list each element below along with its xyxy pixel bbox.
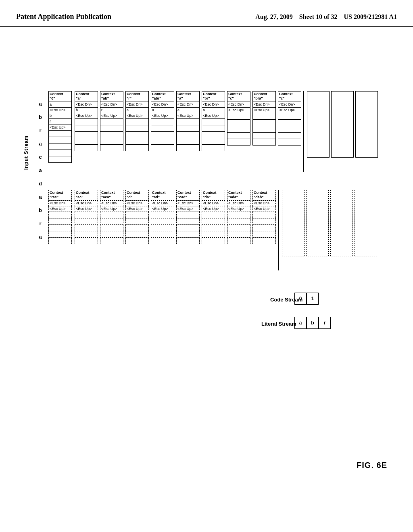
context-cad-wrapper: Context"cad" <Esc Dn> <Esc Up> xyxy=(176,190,200,244)
figure-label: FIG. 6E xyxy=(357,461,387,470)
context-r-table: Context"r" <Esc Dn> a <Esc Up> xyxy=(125,91,149,151)
context-a2-wrapper: Context"a" <Esc Dn> a <Esc Up> xyxy=(176,91,200,151)
context-d-wrapper: Context"d" <Esc Dn> <Esc Up> xyxy=(125,190,149,244)
context-ac-table: Context"ac" <Esc Dn> <Esc Up> xyxy=(75,190,98,244)
context-c2-table: Context"c" <Esc Dn> <Esc Up> xyxy=(278,91,301,145)
context-ada-wrapper: Context"ada" <Esc Dn> <Esc Up> xyxy=(227,190,250,244)
input-letters-vertical: a b r a c a d a b r a xyxy=(36,97,44,243)
context-dab-wrapper: Context"dab" <Esc Dn> <Esc Up> xyxy=(252,190,276,244)
context-0-table: Context"0" a <Esc Dn> b r <Esc Up> xyxy=(48,91,72,163)
pub-date: Aug. 27, 2009 xyxy=(255,13,292,20)
code-cell-1: 1 xyxy=(307,293,319,305)
pub-number: US 2009/212981 A1 xyxy=(344,13,397,20)
context-bra-wrapper: Context"bra" <Esc Dn> <Esc Up> xyxy=(252,91,276,145)
input-letter: b xyxy=(36,110,44,124)
context-ada-table: Context"ada" <Esc Dn> <Esc Up> xyxy=(227,190,250,244)
context-br-wrapper: Context"br" <Esc Dn> a <Esc Up> xyxy=(202,91,225,151)
input-letter: r xyxy=(36,124,44,137)
context-a-table: Context"a" <Esc Dn> b <Esc Up> xyxy=(75,91,98,151)
context-br-table: Context"br" <Esc Dn> a <Esc Up> xyxy=(202,91,225,151)
context-d-table: Context"d" <Esc Dn> <Esc Up> xyxy=(125,190,149,244)
empty-solid-1 xyxy=(307,91,330,158)
context-abr-wrapper: Context"abr" <Esc Dn> a <Esc Up> xyxy=(151,91,174,151)
separator-line xyxy=(303,91,304,172)
context-aca-table: Context"aca" <Esc Dn> <Esc Up> xyxy=(100,190,123,244)
context-ab-wrapper: Context"ab" <Esc Dn> r <Esc Up> xyxy=(100,91,123,151)
input-letter: a xyxy=(36,164,44,177)
separator-line-2 xyxy=(278,190,279,270)
context-da-wrapper: Context"da" <Esc Dn> <Esc Up> xyxy=(202,190,225,244)
context-a-wrapper: Context"a" <Esc Dn> b <Esc Up> xyxy=(75,91,98,151)
context-rac-wrapper: Context"rac" <Esc Dn> <Esc Up> xyxy=(48,190,72,244)
code-stream-cells: 0 1 xyxy=(294,293,319,305)
empty-dashed-4 xyxy=(355,190,377,256)
context-bra-table: Context"bra" <Esc Dn> <Esc Up> xyxy=(252,91,276,145)
context-0-wrapper: Context"0" a <Esc Dn> b r <Esc Up> xyxy=(48,91,72,163)
publication-info: Aug. 27, 2009 Sheet 10 of 32 US 2009/212… xyxy=(255,12,397,22)
context-c-wrapper: Context"c" <Esc Dn> <Esc Up> xyxy=(227,91,250,145)
input-letter: r xyxy=(36,217,44,230)
input-letter: a xyxy=(36,190,44,204)
literal-cell-b: b xyxy=(307,317,319,329)
context-ac-wrapper: Context"ac" <Esc Dn> <Esc Up> xyxy=(75,190,98,244)
code-cell-0: 0 xyxy=(294,293,307,305)
empty-dashed-1 xyxy=(282,190,305,256)
input-letter: a xyxy=(36,97,44,110)
page-header: Patent Application Publication Aug. 27, … xyxy=(0,0,413,27)
context-ad-wrapper: Context"ad" <Esc Dn> <Esc Up> xyxy=(151,190,174,244)
input-letter: a xyxy=(36,137,44,150)
input-stream-label: Input Stream xyxy=(23,135,29,170)
context-r-wrapper: Context"r" <Esc Dn> a <Esc Up> xyxy=(125,91,149,151)
context-rac-table: Context"rac" <Esc Dn> <Esc Up> xyxy=(48,190,72,244)
context-c2-wrapper: Context"c" <Esc Dn> <Esc Up> xyxy=(278,91,301,145)
input-letter: c xyxy=(36,150,44,164)
empty-solid-3 xyxy=(355,91,378,158)
context-aca-wrapper: Context"aca" <Esc Dn> <Esc Up> xyxy=(100,190,123,244)
context-ad-table: Context"ad" <Esc Dn> <Esc Up> xyxy=(151,190,174,244)
input-letter: a xyxy=(36,230,44,243)
input-letter: d xyxy=(36,177,44,190)
input-letter: b xyxy=(36,204,44,217)
context-da-table: Context"da" <Esc Dn> <Esc Up> xyxy=(202,190,225,244)
publication-title: Patent Application Publication xyxy=(16,12,111,21)
empty-dashed-2 xyxy=(306,190,329,256)
diagram-area: Input Stream a b r a c a d a b r a Conte… xyxy=(12,35,399,502)
context-ab-table: Context"ab" <Esc Dn> r <Esc Up> xyxy=(100,91,123,151)
context-a2-table: Context"a" <Esc Dn> a <Esc Up> xyxy=(176,91,200,151)
literal-cell-a: a xyxy=(294,317,307,329)
context-cad-table: Context"cad" <Esc Dn> <Esc Up> xyxy=(176,190,200,244)
context-c-table: Context"c" <Esc Dn> <Esc Up> xyxy=(227,91,250,145)
empty-dashed-3 xyxy=(330,190,353,256)
context-dab-table: Context"dab" <Esc Dn> <Esc Up> xyxy=(252,190,276,244)
literal-stream-cells: a b r xyxy=(294,317,331,329)
literal-stream-label: Literal Stream xyxy=(261,321,296,327)
context-abr-table: Context"abr" <Esc Dn> a <Esc Up> xyxy=(151,91,174,151)
empty-solid-2 xyxy=(331,91,354,158)
literal-cell-r: r xyxy=(319,317,331,329)
pub-sheet: Sheet 10 of 32 xyxy=(299,13,338,20)
